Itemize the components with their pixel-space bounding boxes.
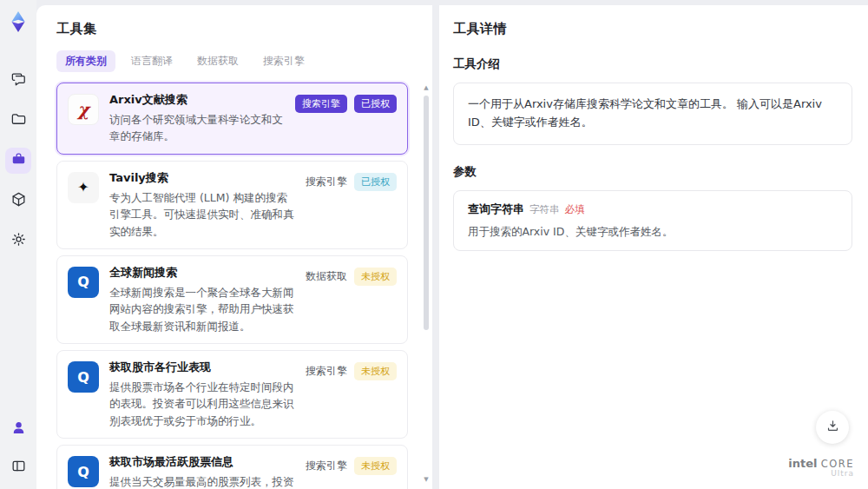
auth-status-badge: 已授权 [354,173,397,191]
auth-status-badge: 未授权 [354,268,397,286]
tool-detail-panel: 工具详情 工具介绍 一个用于从Arxiv存储库搜索科学论文和文章的工具。 输入可… [439,5,868,489]
sidebar-item-collapse[interactable] [5,454,31,480]
auth-status-badge: 未授权 [354,457,397,475]
tool-card-active-stocks[interactable]: Q 获取市场最活跃股票信息 提供当天交易量最高的股票列表，投资者可以利用这些信息… [56,445,408,489]
sidebar-item-models[interactable] [5,188,31,214]
intro-heading: 工具介绍 [453,56,852,72]
sidebar-item-settings[interactable] [5,228,31,254]
app-logo-icon [7,10,30,33]
intro-text-box: 一个用于从Arxiv存储库搜索科学论文和文章的工具。 输入可以是Arxiv ID… [453,83,852,145]
folder-icon [10,111,27,131]
param-type: 字符串 [529,203,560,216]
scroll-up-icon[interactable]: ▲ [422,83,431,92]
parameter-box: 查询字符串 字符串 必填 用于搜索的Arxiv ID、关键字或作者姓名。 [453,190,852,252]
tool-description: 提供股票市场各个行业在特定时间段内的表现。投资者可以利用这些信息来识别表现优于或… [109,379,295,429]
tool-list-panel: 工具集 所有类别 语言翻译 数据获取 搜索引擎 χ Arxiv文献搜索 访问各个… [36,5,432,489]
tool-name: Tavily搜索 [109,170,295,186]
category-label: 搜索引擎 [306,459,347,473]
category-badge: 搜索引擎 [295,95,347,113]
tool-description: 全球新闻搜索是一个聚合全球各大新闻网站内容的搜索引擎，帮助用户快速获取全球最新资… [109,284,295,334]
tab-all-categories[interactable]: 所有类别 [56,50,115,72]
category-label: 搜索引擎 [306,364,347,379]
cube-icon [10,191,27,211]
tool-card-arxiv[interactable]: χ Arxiv文献搜索 访问各个研究领域大量科学论文和文章的存储库。 搜索引擎 … [56,83,408,155]
scroll-down-icon[interactable]: ▼ [422,475,431,484]
category-label: 搜索引擎 [306,175,347,189]
news-logo-icon: Q [68,361,99,393]
tavily-logo-icon: ✦ [68,172,99,203]
user-icon [10,420,27,439]
gear-icon [10,231,27,251]
param-required-flag: 必填 [565,203,585,216]
news-logo-icon: Q [68,267,99,298]
category-tabs: 所有类别 语言翻译 数据获取 搜索引擎 [56,50,420,72]
tool-description: 专为人工智能代理 (LLM) 构建的搜索引擎工具。可快速提供实时、准确和真实的结… [109,189,295,240]
sidebar-item-files[interactable] [5,108,31,134]
panel-icon [10,458,27,478]
chat-icon [10,71,27,91]
category-label: 数据获取 [306,269,347,284]
sidebar-item-chat[interactable] [5,68,31,94]
tool-card-stock-sector[interactable]: Q 获取股市各行业表现 提供股票市场各个行业在特定时间段内的表现。投资者可以利用… [56,350,408,439]
list-scrollbar[interactable]: ▲ ▼ [422,83,431,484]
tool-list: χ Arxiv文献搜索 访问各个研究领域大量科学论文和文章的存储库。 搜索引擎 … [56,83,420,489]
tool-card-global-news[interactable]: Q 全球新闻搜索 全球新闻搜索是一个聚合全球各大新闻网站内容的搜索引擎，帮助用户… [56,255,408,344]
arxiv-logo-icon: χ [68,94,99,125]
news-logo-icon: Q [68,456,99,487]
tool-card-tavily[interactable]: ✦ Tavily搜索 专为人工智能代理 (LLM) 构建的搜索引擎工具。可快速提… [56,161,408,249]
sidebar-item-tools[interactable] [5,148,31,174]
tab-language-translation[interactable]: 语言翻译 [122,50,181,72]
download-button[interactable] [816,411,849,444]
tab-data-fetch[interactable]: 数据获取 [188,50,247,72]
brand-sub-text: Ultra [788,470,854,479]
intel-core-logo: intel CORE Ultra [788,458,854,479]
param-description: 用于搜索的Arxiv ID、关键字或作者姓名。 [468,224,838,241]
brand-core-text: CORE [821,458,854,470]
tool-name: 获取市场最活跃股票信息 [109,454,295,470]
tool-name: Arxiv文献搜索 [109,92,285,108]
tab-search-engine[interactable]: 搜索引擎 [254,50,313,72]
auth-status-badge: 未授权 [354,362,397,380]
download-icon [825,419,840,437]
param-name: 查询字符串 [468,202,524,217]
auth-status-badge: 已授权 [354,95,397,113]
sidebar-rail [0,0,36,489]
tool-description: 访问各个研究领域大量科学论文和文章的存储库。 [109,111,285,145]
tool-description: 提供当天交易量最高的股票列表，投资者可以利用这些信息来识别流动性强的股票和潜在的… [109,473,295,489]
toolbox-icon [10,151,27,171]
sidebar-item-account[interactable] [5,416,31,442]
brand-intel-text: intel [788,457,817,470]
detail-title: 工具详情 [453,21,852,37]
scrollbar-thumb[interactable] [424,96,429,330]
page-title: 工具集 [56,21,420,37]
tool-name: 获取股市各行业表现 [109,360,295,375]
params-heading: 参数 [453,164,852,180]
tool-name: 全球新闻搜索 [109,265,295,281]
